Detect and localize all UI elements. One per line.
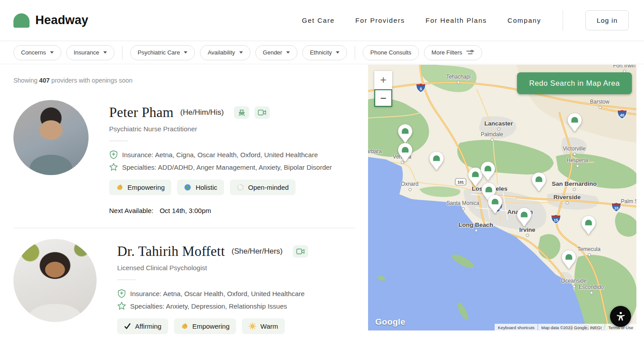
- filter-chip-label: Concerns: [21, 49, 46, 56]
- chair-icon: [237, 109, 246, 117]
- map-city-label-tehachapi: Tehachapi: [446, 74, 471, 80]
- chevron-down-icon: [286, 51, 290, 54]
- interstate-shield-icon: 10: [611, 202, 622, 212]
- map-marker-pin[interactable]: [531, 172, 547, 192]
- filter-chip-phone-consults[interactable]: Phone Consults: [363, 45, 419, 60]
- map-city-label-irvine: Irvine: [519, 226, 535, 233]
- filter-chip-availability[interactable]: Availability: [200, 45, 250, 60]
- nav-item-company[interactable]: Company: [508, 17, 541, 24]
- map-marker-pin[interactable]: [561, 250, 576, 269]
- filter-chip-label: Phone Consults: [370, 49, 411, 56]
- map-city-label-lancaster: Lancaster: [484, 120, 513, 127]
- results-summary: Showing 407 providers with openings soon: [13, 77, 356, 84]
- trait-badge-holistic: Holistic: [177, 180, 224, 195]
- map-marker-pin[interactable]: [398, 124, 413, 143]
- map-city-label-victorville: Victorville: [563, 146, 585, 152]
- map-city-label-santa-monica: Santa Monica: [446, 200, 479, 206]
- provider-photo[interactable]: [13, 239, 97, 322]
- main-content: Showing 407 providers with openings soon…: [0, 64, 644, 347]
- chair-session-chip: [234, 106, 249, 119]
- map-city-label-long-beach: Long Beach: [458, 222, 493, 228]
- map-city-label-hesperia: Hesperia: [567, 157, 588, 163]
- trait-badges: Empowering Holistic Open-minded: [109, 180, 332, 195]
- provider-photo[interactable]: [13, 100, 89, 175]
- map-city-label-palm-springs: Palm Springs: [621, 198, 636, 205]
- provider-name[interactable]: Peter Pham: [109, 105, 174, 121]
- map-panel[interactable]: TehachapiBarstowLancasterPalmdaleVictorv…: [368, 65, 636, 330]
- sun-icon: [249, 322, 256, 330]
- session-type-chips: [234, 106, 270, 119]
- map-marker-pin[interactable]: [487, 194, 503, 214]
- map-marker-pin[interactable]: [480, 161, 496, 181]
- accessibility-widget-button[interactable]: [610, 306, 631, 327]
- filter-chip-ethnicity[interactable]: Ethnicity: [302, 45, 347, 60]
- top-nav-bar: Headway Get CareFor ProvidersFor Health …: [0, 0, 644, 41]
- headway-logo[interactable]: Headway: [13, 13, 88, 28]
- map-marker-pin[interactable]: [429, 151, 444, 171]
- map-marker-pin[interactable]: [567, 113, 582, 132]
- zoom-in-button[interactable]: +: [374, 71, 392, 89]
- globe-icon: [184, 184, 191, 191]
- provider-pronouns: (He/Him/His): [180, 108, 224, 117]
- map-attribution-item[interactable]: Keyboard shortcuts: [495, 324, 538, 330]
- chevron-down-icon: [50, 51, 54, 54]
- svg-text:5: 5: [420, 87, 422, 91]
- svg-text:10: 10: [614, 206, 619, 210]
- interstate-shield-icon: 40: [617, 109, 627, 119]
- chevron-down-icon: [336, 51, 339, 54]
- trait-badges: Affirming Empowering Warm: [117, 318, 308, 334]
- map-city-label-oxnard: Oxnard: [401, 181, 418, 187]
- star-icon: [109, 163, 118, 171]
- provider-card[interactable]: Peter Pham (He/Him/His) Psychiatric Nurs…: [13, 100, 356, 214]
- next-available-row: Next Available:Oct 14th, 3:00pm: [109, 207, 332, 214]
- zoom-out-button[interactable]: −: [374, 89, 392, 107]
- specialties-row: Specialties: ADD/ADHD, Anger Management,…: [109, 163, 332, 171]
- map-attribution-item[interactable]: Map data ©2022 Google, INEGI: [538, 324, 605, 330]
- svg-text:101: 101: [458, 180, 464, 184]
- filter-chip-gender[interactable]: Gender: [255, 45, 297, 60]
- map-marker-pin[interactable]: [581, 215, 596, 235]
- map-attribution: Keyboard shortcutsMap data ©2022 Google,…: [435, 324, 636, 330]
- map-city-label-barstow: Barstow: [590, 99, 609, 105]
- interstate-shield-icon: 5: [415, 83, 426, 93]
- map-city-label-san-bernardino: San Bernardino: [552, 180, 597, 187]
- specialties-row: Specialties: Anxiety, Depression, Relati…: [117, 301, 308, 310]
- nav-item-for-health-plans[interactable]: For Health Plans: [425, 17, 487, 24]
- filter-chip-more-filters[interactable]: More Filters: [424, 45, 483, 60]
- filter-chip-insurance[interactable]: Insurance: [66, 45, 114, 60]
- star-icon: [117, 301, 126, 310]
- video-camera-icon: [258, 109, 267, 116]
- filter-chip-psychiatric-care[interactable]: Psychiatric Care: [130, 45, 195, 60]
- badge-label: Warm: [260, 322, 278, 330]
- provider-card[interactable]: Dr. Tahirih Moffett (She/Her/Hers) Licen…: [13, 228, 356, 347]
- video-session-chip: [254, 106, 270, 119]
- map-city-label-temecula: Temecula: [577, 246, 600, 252]
- nav-item-for-providers[interactable]: For Providers: [356, 17, 405, 24]
- filter-chip-label: More Filters: [432, 49, 462, 56]
- badge-label: Open-minded: [248, 184, 289, 191]
- google-logo[interactable]: Google: [375, 317, 405, 327]
- map-zoom-control: + −: [374, 71, 392, 107]
- check-icon: [124, 323, 131, 330]
- divider: [109, 141, 128, 141]
- redo-search-button[interactable]: Redo Search in Map Area: [517, 72, 632, 94]
- map-marker-pin[interactable]: [517, 207, 532, 227]
- badge-label: Empowering: [127, 184, 165, 191]
- interstate-shield-icon: 15: [551, 214, 561, 224]
- filter-chip-label: Ethnicity: [310, 49, 332, 56]
- insurance-row: Insurance: Aetna, Cigna, Oscar Health, O…: [109, 150, 332, 159]
- log-in-button[interactable]: Log in: [585, 10, 629, 30]
- map-city-label-santa-barbara: Santa Barbara: [368, 148, 382, 155]
- us-route-shield-icon: 101: [455, 178, 466, 186]
- provider-name[interactable]: Dr. Tahirih Moffett: [117, 243, 225, 259]
- chevron-down-icon: [103, 51, 107, 54]
- map-marker-pin[interactable]: [398, 142, 413, 162]
- nav-item-get-care[interactable]: Get Care: [302, 17, 335, 24]
- trait-badge-empowering: Empowering: [109, 180, 171, 195]
- provider-title: Licensed Clinical Psychologist: [117, 264, 308, 272]
- session-type-chips: [293, 245, 308, 258]
- divider: [117, 280, 136, 280]
- svg-text:40: 40: [620, 113, 624, 117]
- filter-chip-concerns[interactable]: Concerns: [13, 45, 61, 60]
- video-camera-icon: [296, 248, 305, 255]
